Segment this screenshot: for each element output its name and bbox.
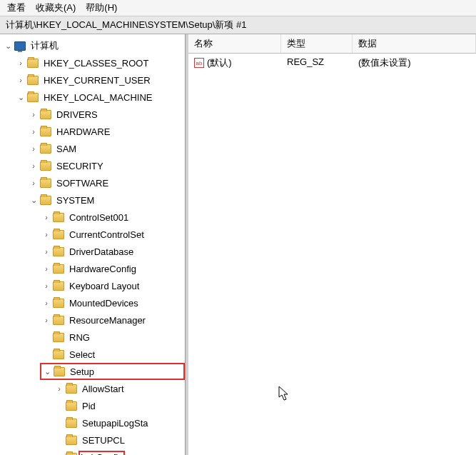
value-list-pane[interactable]: 名称 类型 数据 ab (默认) REG_SZ (数值未设置) (188, 34, 476, 455)
tree-label: AllowStart (80, 383, 126, 395)
folder-icon (40, 196, 51, 205)
tree-label: DRIVERS (54, 109, 100, 121)
folder-icon (53, 350, 64, 359)
chevron-right-icon[interactable]: › (41, 299, 51, 307)
folder-icon (40, 110, 51, 119)
tree-labconfig[interactable]: LabConfig (54, 449, 185, 455)
tree-software[interactable]: › SOFTWARE (29, 174, 185, 191)
tree-hkcr[interactable]: › HKEY_CLASSES_ROOT (16, 54, 185, 71)
tree-hklm[interactable]: ⌄ HKEY_LOCAL_MACHINE (16, 89, 185, 106)
folder-icon (66, 419, 77, 428)
list-header: 名称 类型 数据 (188, 34, 476, 54)
folder-icon (27, 59, 39, 68)
chevron-down-icon[interactable]: ⌄ (42, 367, 52, 376)
tree-label: LabConfig (79, 451, 125, 456)
value-type: REG_SZ (281, 55, 353, 71)
tree-hardware[interactable]: › HARDWARE (29, 123, 185, 140)
column-header-name[interactable]: 名称 (188, 34, 281, 53)
tree-drivers[interactable]: › DRIVERS (29, 106, 185, 123)
folder-icon (53, 316, 64, 325)
tree-label: Keyboard Layout (67, 280, 141, 292)
tree-mounteddevices[interactable]: › MountedDevices (41, 294, 185, 311)
folder-icon (66, 436, 77, 445)
tree-setupcl[interactable]: SETUPCL (54, 431, 185, 449)
tree-label: Select (67, 349, 97, 361)
tree-allowstart[interactable]: › AllowStart (54, 380, 185, 397)
column-header-type[interactable]: 类型 (281, 34, 353, 53)
folder-icon (53, 230, 64, 239)
tree-select[interactable]: Select (41, 346, 185, 363)
menu-bar: 查看 收藏夹(A) 帮助(H) (0, 0, 476, 16)
tree-system[interactable]: ⌄ SYSTEM (29, 191, 185, 209)
menu-favorites[interactable]: 收藏夹(A) (36, 1, 76, 14)
tree-hkcu[interactable]: › HKEY_CURRENT_USER (16, 71, 185, 89)
folder-icon (53, 213, 64, 222)
chevron-right-icon[interactable]: › (41, 213, 51, 221)
chevron-down-icon[interactable]: ⌄ (16, 93, 26, 102)
tree-label: ControlSet001 (67, 211, 131, 224)
folder-icon (53, 299, 64, 308)
tree-label: SOFTWARE (54, 177, 111, 189)
tree-hardwareconfig[interactable]: › HardwareConfig (41, 260, 185, 277)
chevron-right-icon[interactable]: › (41, 281, 51, 290)
tree-label: SetupapiLogSta (80, 417, 151, 429)
list-row[interactable]: ab (默认) REG_SZ (数值未设置) (188, 54, 476, 72)
folder-icon (66, 453, 77, 456)
column-header-data[interactable]: 数据 (353, 34, 476, 53)
folder-icon (54, 367, 65, 376)
tree-label: DriverDatabase (67, 246, 136, 258)
folder-icon (53, 281, 64, 291)
chevron-down-icon[interactable]: ⌄ (3, 41, 13, 51)
folder-icon (40, 161, 51, 171)
folder-icon (53, 264, 64, 274)
tree-setupapilog[interactable]: SetupapiLogSta (54, 414, 185, 431)
main-area: ⌄ 计算机 › HKEY_CLASSES_ROOT › HKEY_ (0, 34, 476, 455)
tree-label: MountedDevices (67, 297, 141, 309)
tree-pid[interactable]: Pid (54, 397, 185, 414)
value-name: (默认) (207, 56, 232, 69)
tree-pane[interactable]: ⌄ 计算机 › HKEY_CLASSES_ROOT › HKEY_ (0, 34, 186, 455)
folder-icon (27, 93, 39, 102)
tree-keyboardlayout[interactable]: › Keyboard Layout (41, 277, 185, 294)
chevron-right-icon[interactable]: › (29, 161, 39, 170)
tree-setup[interactable]: ⌄ Setup (40, 363, 185, 380)
tree-driverdatabase[interactable]: › DriverDatabase (41, 243, 185, 260)
folder-icon (40, 144, 51, 154)
chevron-right-icon[interactable]: › (16, 76, 26, 84)
chevron-down-icon[interactable]: ⌄ (29, 196, 39, 205)
tree-root-computer[interactable]: ⌄ 计算机 (3, 37, 185, 54)
chevron-right-icon[interactable]: › (41, 247, 51, 256)
address-bar[interactable]: 计算机\HKEY_LOCAL_MACHINE\SYSTEM\Setup\新项 #… (0, 16, 476, 34)
tree-rng[interactable]: RNG (41, 329, 185, 346)
value-data: (数值未设置) (353, 55, 476, 71)
chevron-right-icon[interactable]: › (29, 144, 39, 153)
folder-icon (40, 127, 51, 136)
tree-currentcontrolset[interactable]: › CurrentControlSet (41, 226, 185, 243)
tree-controlset001[interactable]: › ControlSet001 (41, 209, 185, 226)
folder-icon (53, 333, 64, 342)
tree-resourcemanager[interactable]: › ResourceManager (41, 311, 185, 329)
chevron-right-icon[interactable]: › (41, 230, 51, 239)
chevron-right-icon[interactable]: › (16, 59, 26, 67)
folder-icon (53, 247, 64, 256)
folder-icon (66, 384, 77, 394)
tree-label: HardwareConfig (67, 263, 138, 275)
string-value-icon: ab (194, 58, 204, 68)
chevron-right-icon[interactable]: › (29, 110, 39, 119)
chevron-right-icon[interactable]: › (41, 316, 51, 324)
menu-help[interactable]: 帮助(H) (86, 1, 117, 14)
tree-security[interactable]: › SECURITY (29, 157, 185, 174)
tree-label: 计算机 (29, 39, 61, 53)
chevron-right-icon[interactable]: › (54, 384, 64, 393)
chevron-right-icon[interactable]: › (29, 179, 39, 187)
tree-label: CurrentControlSet (67, 229, 146, 241)
menu-view[interactable]: 查看 (7, 1, 26, 14)
tree-label: ResourceManager (67, 314, 148, 326)
tree-label: Setup (68, 366, 96, 378)
chevron-right-icon[interactable]: › (41, 264, 51, 273)
chevron-right-icon[interactable]: › (29, 127, 39, 136)
tree-label: SYSTEM (54, 194, 96, 206)
tree-label: HKEY_CLASSES_ROOT (41, 57, 151, 69)
tree-label: SECURITY (54, 160, 106, 172)
tree-sam[interactable]: › SAM (29, 140, 185, 157)
